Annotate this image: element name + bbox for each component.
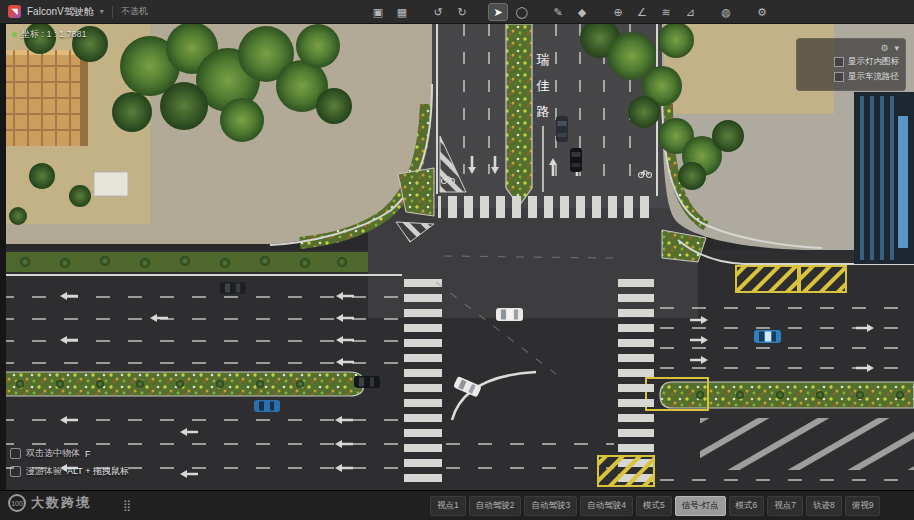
settings-icon[interactable]: ⚙ [752,3,772,21]
fill-tool-icon[interactable]: ◆ [572,3,592,21]
redo-icon[interactable]: ↻ [452,3,472,21]
tab-signal-light[interactable]: 信号-灯点 [675,496,726,516]
measure-point-icon[interactable]: ⊕ [608,3,628,21]
pen-tool-icon[interactable]: ✎ [548,3,568,21]
mouse-icon [10,448,21,459]
vehicle-gray-north-1 [556,116,568,142]
mode-label: 不选机 [121,5,148,18]
measure-area-icon[interactable]: ⊿ [680,3,700,21]
circle-select-icon[interactable]: ◯ [512,3,532,21]
tab-autodrive-4[interactable]: 自动驾驶4 [580,496,633,516]
undo-icon[interactable]: ↺ [428,3,448,21]
vehicle-white-sedan [496,308,523,321]
option-label: 显示灯内图标 [848,56,899,68]
tab-track-8[interactable]: 轨迹8 [806,496,842,516]
hint-label: 双击选中物体 [26,447,80,460]
select-tool-icon[interactable]: ➤ [488,3,508,21]
duplicate-icon[interactable]: ▣ [368,3,388,21]
building-white [94,172,128,196]
tab-viewpoint-1[interactable]: 视点1 [430,496,466,516]
toolbar-tools: ▣ ▦ ↺ ↻ ➤ ◯ ✎ ◆ ⊕ ∠ ≋ ⊿ ◍ ⚙ [368,0,772,24]
road-name-label: 瑞 佳 路 [536,52,550,119]
hint-roam: 漫游体验 ALT + 拖拽鼠标 [10,465,129,478]
crosswalk-west [404,276,442,486]
shortcut-hints: 双击选中物体 F 漫游体验 ALT + 拖拽鼠标 [10,442,129,478]
voice-icon[interactable]: ◍ [716,3,736,21]
bottom-toolbar: ⣿ 视点1 自动驾驶2 自动驾驶3 自动驾驶4 模式5 信号-灯点 模式6 视点… [0,490,914,520]
yellow-box-2 [800,266,846,292]
vehicle-blue-sedan-east [754,330,781,343]
crosswalk-east [618,276,654,486]
hint-key: ALT + 拖拽鼠标 [67,465,129,478]
building-orange [0,50,88,146]
measure-path-icon[interactable]: ≋ [656,3,676,21]
tab-autodrive-3[interactable]: 自动驾驶3 [524,496,577,516]
tab-mode-6[interactable]: 模式6 [729,496,765,516]
svg-text:路: 路 [537,104,550,119]
display-options-panel: ⚙ ▾ 显示灯内图标 显示车流路径 [796,38,906,91]
svg-text:佳: 佳 [536,78,550,93]
hint-select-object: 双击选中物体 F [10,447,129,460]
save-icon[interactable]: ▦ [392,3,412,21]
viewport-left-edge [0,24,6,490]
hint-label: 漫游体验 [26,465,62,478]
app-window: ◥ FalconV驾驶舱 ▾ 不选机 ▣ ▦ ↺ ↻ ➤ ◯ ✎ ◆ ⊕ ∠ ≋… [0,0,914,520]
view-tabs: 视点1 自动驾驶2 自动驾驶3 自动驾驶4 模式5 信号-灯点 模式6 视点7 … [430,496,880,516]
app-title: FalconV驾驶舱 [27,5,94,19]
option-row-signal-icons[interactable]: 显示灯内图标 [803,56,899,68]
watermark-badge-icon: 100 [8,494,26,512]
watermark-text: 大数跨境 [31,494,91,512]
watermark: 100 大数跨境 [8,494,91,512]
diagonal-hatch-area [700,418,914,470]
top-toolbar: ◥ FalconV驾驶舱 ▾ 不选机 ▣ ▦ ↺ ↻ ➤ ◯ ✎ ◆ ⊕ ∠ ≋… [0,0,914,24]
coordinates-dot-icon [12,32,17,37]
viewport[interactable]: 瑞 佳 路 坐标 : 1 : 1.7881 ⚙ ▾ 显示灯内图标 显示车流路径 [0,24,914,490]
vehicle-black-sedan [354,376,380,388]
scene-canvas[interactable]: 瑞 佳 路 [0,24,914,490]
vehicle-blue-sedan-west [254,400,280,412]
tab-mode-5[interactable]: 模式5 [636,496,672,516]
toolbar-divider [112,6,113,18]
hint-key: F [85,449,91,459]
measure-angle-icon[interactable]: ∠ [632,3,652,21]
toolbar-left: ◥ FalconV驾驶舱 ▾ 不选机 [0,5,148,19]
median-north [506,24,532,206]
tab-autodrive-2[interactable]: 自动驾驶2 [469,496,522,516]
building-glass [854,92,914,264]
coordinates-readout: 坐标 : 1 : 1.7881 [12,28,87,41]
falcon-logo-icon: ◥ [8,5,21,18]
checkbox-traffic-paths[interactable] [834,72,844,82]
vehicle-dark-sedan [220,282,246,294]
checkbox-signal-icons[interactable] [834,57,844,67]
title-caret-icon[interactable]: ▾ [100,7,104,16]
keyboard-icon [10,466,21,477]
vehicle-black-north-2 [570,148,582,172]
yellow-box-1 [736,266,798,292]
panel-collapse-icon[interactable]: ▾ [894,43,899,53]
option-label: 显示车流路径 [848,71,899,83]
yellow-box-3 [598,456,654,486]
svg-text:瑞: 瑞 [537,52,550,67]
tab-topview-9[interactable]: 俯视9 [845,496,881,516]
grid-icon[interactable]: ⣿ [116,496,138,516]
option-row-traffic-paths[interactable]: 显示车流路径 [803,71,899,83]
coordinates-text: 坐标 : 1 : 1.7881 [21,28,87,41]
tab-viewpoint-7[interactable]: 视点7 [767,496,803,516]
panel-gear-icon[interactable]: ⚙ [880,43,888,53]
crosswalk-north [438,196,656,218]
